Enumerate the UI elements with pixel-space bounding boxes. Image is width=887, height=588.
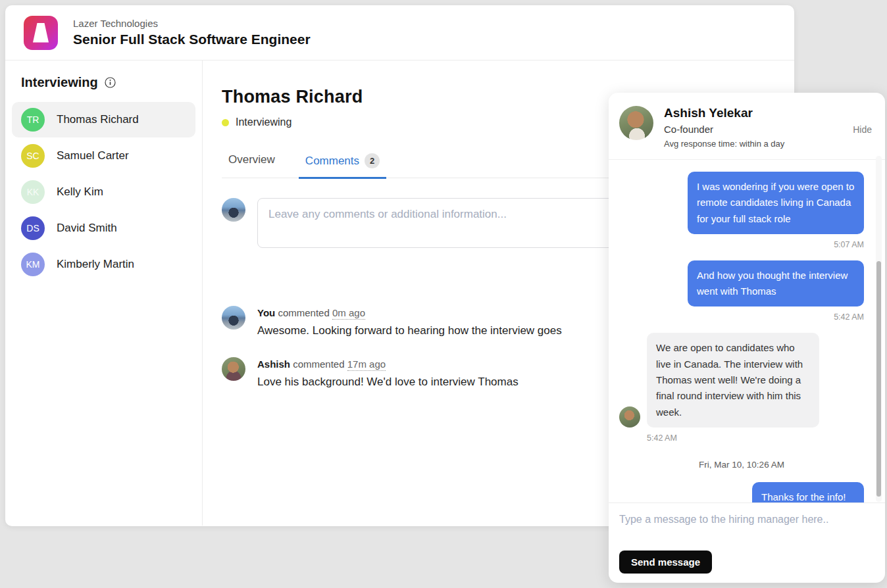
date-divider: Fri, Mar 10, 10:26 AM — [619, 460, 864, 470]
sidebar-title-row: Interviewing — [12, 75, 195, 90]
tab-label: Comments — [305, 155, 359, 168]
commenter-avatar — [222, 357, 245, 381]
send-message-button[interactable]: Send message — [619, 551, 712, 574]
chat-message-sent: I was wondering if you were open to remo… — [688, 172, 864, 234]
current-user-avatar — [222, 198, 245, 222]
comment-timestamp: 17m ago — [347, 358, 386, 371]
sidebar-item-david-smith[interactable]: DS David Smith — [12, 210, 195, 246]
comments-count-badge: 2 — [365, 153, 380, 168]
comment-meta: Ashish commented 17m ago — [257, 358, 519, 370]
comment-action: commented — [278, 307, 329, 318]
job-header: Lazer Technologies Senior Full Stack Sof… — [5, 5, 794, 61]
message-timestamp: 5:07 AM — [619, 240, 864, 249]
hiring-manager-mini-avatar — [619, 406, 640, 428]
status-badge: Interviewing — [236, 116, 291, 128]
lazer-logo-icon — [31, 23, 51, 43]
avatar-initials: KM — [21, 253, 45, 276]
status-dot — [222, 119, 229, 126]
hiring-manager-role: Co-founder — [664, 124, 784, 135]
comment-author: Ashish — [257, 358, 290, 370]
chat-message-sent: Thanks for the info! — [752, 482, 864, 502]
candidate-name: Kimberly Martin — [57, 258, 134, 271]
company-name: Lazer Technologies — [73, 18, 311, 29]
hide-chat-button[interactable]: Hide — [853, 106, 872, 135]
comment-text: Love his background! We'd love to interv… — [257, 376, 519, 389]
company-logo — [24, 16, 58, 50]
comment-text: Awesome. Looking forward to hearing how … — [257, 324, 562, 337]
sidebar-item-kimberly-martin[interactable]: KM Kimberly Martin — [12, 247, 195, 282]
avatar-initials: SC — [21, 144, 45, 168]
candidate-name: Samuel Carter — [57, 149, 129, 162]
chat-message-received-row: We are open to candidates who live in Ca… — [619, 333, 864, 427]
job-title: Senior Full Stack Software Engineer — [73, 32, 311, 47]
tab-label: Overview — [228, 153, 275, 166]
message-timestamp: 5:42 AM — [647, 433, 864, 443]
comment-meta: You commented 0m ago — [257, 307, 562, 318]
sidebar-item-kelly-kim[interactable]: KK Kelly Kim — [12, 174, 195, 210]
sidebar-item-thomas-richard[interactable]: TR Thomas Richard — [12, 102, 195, 137]
chat-message-input[interactable] — [619, 514, 872, 548]
hiring-manager-name: Ashish Yelekar — [664, 106, 784, 120]
page-background: Lazer Technologies Senior Full Stack Sof… — [0, 0, 887, 588]
job-header-text: Lazer Technologies Senior Full Stack Sof… — [73, 18, 311, 47]
chat-message-list: I was wondering if you were open to remo… — [609, 160, 885, 502]
sidebar-title: Interviewing — [21, 75, 98, 90]
chat-scrollbar-thumb[interactable] — [876, 261, 881, 497]
avatar-initials: DS — [21, 216, 45, 240]
tab-overview[interactable]: Overview — [222, 153, 282, 178]
avatar-initials: TR — [21, 108, 45, 132]
commenter-avatar — [222, 306, 245, 330]
response-time-label: Avg response time: within a day — [664, 139, 784, 149]
candidate-name: David Smith — [57, 222, 117, 235]
message-timestamp: 5:42 AM — [619, 312, 864, 322]
avatar-initials: KK — [21, 180, 45, 204]
candidates-sidebar: Interviewing TR Thomas Richard SC — [5, 61, 203, 526]
comment-action: commented — [293, 358, 344, 370]
hiring-manager-chat-panel: Ashish Yelekar Co-founder Avg response t… — [609, 93, 885, 583]
candidate-name: Kelly Kim — [57, 185, 103, 199]
chat-scrollbar-track[interactable] — [876, 156, 882, 502]
chat-input-area: Send message — [609, 502, 885, 583]
chat-header: Ashish Yelekar Co-founder Avg response t… — [609, 93, 885, 160]
chat-message-received: We are open to candidates who live in Ca… — [647, 333, 819, 427]
candidate-name: Thomas Richard — [57, 113, 139, 126]
sidebar-item-samuel-carter[interactable]: SC Samuel Carter — [12, 138, 195, 174]
tab-comments[interactable]: Comments 2 — [299, 153, 386, 178]
chat-message-sent: And how you thought the interview went w… — [688, 260, 864, 307]
chat-header-text: Ashish Yelekar Co-founder Avg response t… — [664, 106, 784, 149]
hiring-manager-avatar — [619, 106, 653, 140]
comment-timestamp: 0m ago — [332, 307, 365, 320]
comment-author: You — [257, 307, 275, 318]
info-icon[interactable] — [105, 77, 116, 88]
